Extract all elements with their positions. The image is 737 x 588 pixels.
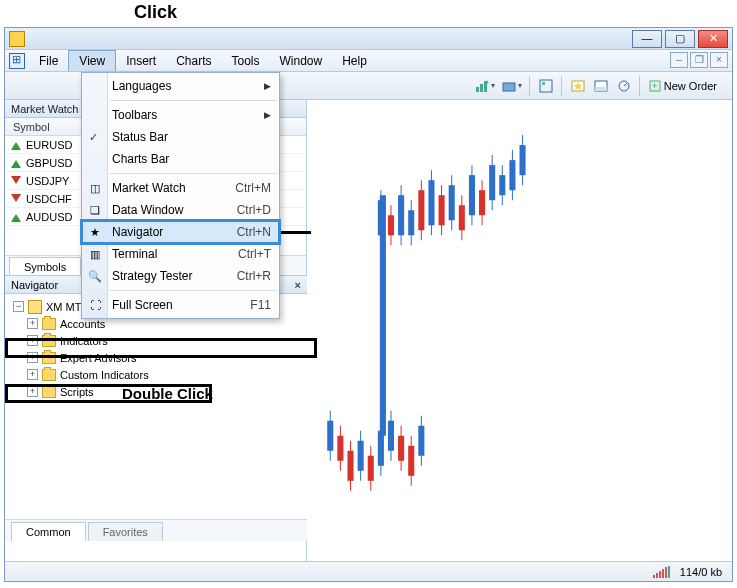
menu-insert[interactable]: Insert	[116, 51, 166, 71]
maximize-button[interactable]: ▢	[665, 30, 695, 48]
dd-data-window-label: Data Window	[112, 203, 183, 217]
app-window: — ▢ ✕ File View Insert Charts Tools Wind…	[4, 27, 733, 582]
svg-rect-0	[476, 87, 479, 92]
app-icon	[9, 31, 25, 47]
price-chart[interactable]	[307, 100, 732, 561]
tree-item-custom-indicators[interactable]: +Custom Indicators	[7, 366, 305, 383]
expand-icon[interactable]: +	[27, 352, 38, 363]
terminal-icon	[594, 79, 608, 93]
watch-icon	[539, 79, 553, 93]
dd-shortcut: Ctrl+N	[237, 225, 271, 239]
mdi-close[interactable]: ×	[710, 52, 728, 68]
tb-terminal[interactable]	[590, 75, 612, 97]
expand-icon[interactable]: +	[27, 386, 38, 397]
dd-languages-label: Languages	[112, 79, 171, 93]
dd-strategy[interactable]: 🔍 Strategy Tester Ctrl+R	[82, 265, 279, 287]
menu-file[interactable]: File	[29, 51, 68, 71]
menu-charts[interactable]: Charts	[166, 51, 221, 71]
app-logo-icon	[9, 53, 25, 69]
tree-item-expert-advisors[interactable]: +Expert Advisors	[7, 349, 305, 366]
connection-bars-icon	[653, 566, 670, 578]
submenu-arrow-icon: ▶	[264, 110, 271, 120]
dd-market-watch[interactable]: ◫ Market Watch Ctrl+M	[82, 177, 279, 199]
dd-fullscreen-label: Full Screen	[112, 298, 173, 312]
tb-tester[interactable]	[613, 75, 635, 97]
dd-statusbar-label: Status Bar	[112, 130, 168, 144]
symbol-label: AUDUSD	[26, 211, 72, 223]
plus-chart-icon: +	[475, 79, 489, 93]
mdi-restore[interactable]: ❐	[690, 52, 708, 68]
tb-market-watch[interactable]	[535, 75, 557, 97]
dd-navigator-label: Navigator	[112, 225, 163, 239]
navigator-title: Navigator	[11, 276, 58, 294]
arrow-up-icon	[11, 212, 21, 222]
folder-icon	[502, 79, 516, 93]
svg-rect-5	[540, 80, 552, 92]
tree-item-label: Expert Advisors	[60, 352, 136, 364]
tb-navigator[interactable]	[567, 75, 589, 97]
tb-new-order-label: New Order	[662, 80, 723, 92]
submenu-arrow-icon: ▶	[264, 81, 271, 91]
navigator-star-icon	[571, 79, 585, 93]
menu-window[interactable]: Window	[270, 51, 333, 71]
expand-icon[interactable]: +	[27, 369, 38, 380]
dd-chartsbar-label: Charts Bar	[112, 152, 169, 166]
svg-rect-1	[480, 84, 483, 92]
market-watch-icon: ◫	[87, 180, 103, 196]
dd-strategy-label: Strategy Tester	[112, 269, 192, 283]
arrow-up-icon	[11, 140, 21, 150]
svg-rect-6	[542, 82, 545, 85]
menu-view[interactable]: View	[68, 50, 116, 71]
annotation-click-top: Click	[134, 2, 177, 23]
dd-fullscreen[interactable]: ⛶ Full Screen F11	[82, 294, 279, 316]
menu-help[interactable]: Help	[332, 51, 377, 71]
dd-toolbars-label: Toolbars	[112, 108, 157, 122]
folder-icon	[42, 386, 56, 398]
dd-languages[interactable]: Languages ▶	[82, 75, 279, 97]
tb-new-order[interactable]: + New Order	[645, 75, 726, 97]
tree-item-scripts[interactable]: +Scripts	[7, 383, 305, 400]
tb-profiles[interactable]	[499, 75, 525, 97]
close-button[interactable]: ✕	[698, 30, 728, 48]
magnify-icon: 🔍	[87, 268, 103, 284]
dd-statusbar[interactable]: Status Bar	[82, 126, 279, 148]
expand-icon[interactable]: +	[27, 335, 38, 346]
dd-toolbars[interactable]: Toolbars ▶	[82, 104, 279, 126]
dd-chartsbar[interactable]: Charts Bar	[82, 148, 279, 170]
tree-item-indicators[interactable]: +Indicators	[7, 332, 305, 349]
dd-data-window[interactable]: ❏ Data Window Ctrl+D	[82, 199, 279, 221]
minimize-button[interactable]: —	[632, 30, 662, 48]
market-watch-tab-symbols[interactable]: Symbols	[9, 257, 81, 276]
tester-icon	[617, 79, 631, 93]
menu-tools[interactable]: Tools	[222, 51, 270, 71]
navigator-close-button[interactable]: ×	[295, 276, 301, 294]
dd-shortcut: Ctrl+T	[238, 247, 271, 261]
folder-icon	[42, 335, 56, 347]
dd-terminal-label: Terminal	[112, 247, 157, 261]
tree-item-label: Scripts	[60, 386, 94, 398]
folder-icon	[42, 352, 56, 364]
title-bar: — ▢ ✕	[5, 28, 732, 50]
dd-shortcut: Ctrl+R	[237, 269, 271, 283]
expand-icon[interactable]: +	[27, 318, 38, 329]
svg-text:+: +	[485, 79, 489, 87]
dd-terminal[interactable]: ▥ Terminal Ctrl+T	[82, 243, 279, 265]
tb-new-chart[interactable]: +	[472, 75, 498, 97]
svg-rect-4	[503, 83, 515, 91]
svg-rect-10	[595, 87, 607, 91]
svg-text:+: +	[652, 81, 657, 91]
folder-icon	[42, 318, 56, 330]
mdi-minimize[interactable]: –	[670, 52, 688, 68]
status-rate: 114/0 kb	[680, 566, 722, 578]
expand-icon[interactable]: −	[13, 301, 24, 312]
status-bar: 114/0 kb	[5, 561, 732, 581]
dd-navigator[interactable]: ★ Navigator Ctrl+N	[82, 221, 279, 243]
terminal-icon: ▥	[87, 246, 103, 262]
data-window-icon: ❏	[87, 202, 103, 218]
arrow-down-icon	[11, 176, 21, 186]
nav-tab-favorites[interactable]: Favorites	[88, 522, 163, 541]
tree-item-label: Indicators	[60, 335, 108, 347]
view-dropdown: Languages ▶ Toolbars ▶ Status Bar Charts…	[81, 72, 280, 319]
tree-item-label: Custom Indicators	[60, 369, 149, 381]
nav-tab-common[interactable]: Common	[11, 522, 86, 541]
